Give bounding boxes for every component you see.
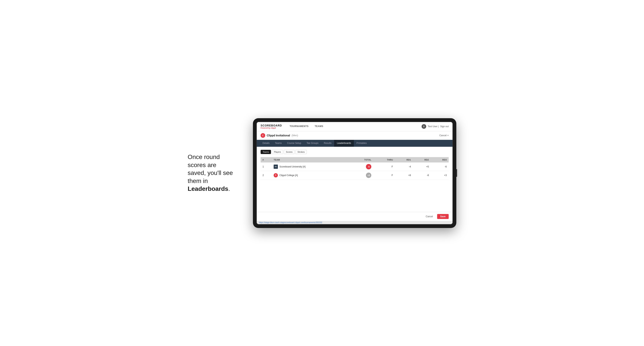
rd1-cell: +8 <box>395 171 413 179</box>
rd3-cell: +3 <box>431 171 449 179</box>
save-button[interactable]: Save <box>437 214 449 219</box>
tab-details[interactable]: Details <box>260 140 272 147</box>
filter-players-button[interactable]: Players <box>272 150 283 154</box>
table-row: 1 SU Scoreboard University [A] <box>260 163 449 171</box>
team-cell-inner: SU Scoreboard University [A] <box>274 165 348 169</box>
tab-tee-groups[interactable]: Tee Groups <box>304 140 321 147</box>
col-total: TOTAL <box>350 157 373 163</box>
sign-out-link[interactable]: Sign out <box>440 125 449 128</box>
sub-navigation: Details Teams Course Setup Tee Groups Re… <box>257 140 452 147</box>
tab-leaderboards[interactable]: Leaderboards <box>334 140 354 147</box>
page-wrapper: Once round scores are saved, you'll see … <box>188 118 456 228</box>
total-cell: +3 <box>350 171 373 179</box>
table-header-row: # TEAM TOTAL THRU RD1 RD2 RD3 <box>260 157 449 163</box>
score-badge-red: -5 <box>366 164 371 169</box>
logo-text: SCOREBOARD <box>260 124 282 127</box>
thru-cell: F <box>373 171 395 179</box>
rd2-cell: -8 <box>413 171 430 179</box>
nav-tournaments[interactable]: TOURNAMENTS <box>286 122 312 131</box>
nav-links: TOURNAMENTS TEAMS <box>286 122 422 131</box>
team-logo: C <box>274 173 278 177</box>
leaderboard-table: # TEAM TOTAL THRU RD1 RD2 RD3 1 <box>260 157 449 180</box>
team-cell: C Clippd College [A] <box>272 171 350 179</box>
table-row: 2 C Clippd College [A] <box>260 171 449 179</box>
score-badge-gray: +3 <box>366 173 371 178</box>
desc-bold: Leaderboards <box>188 185 228 192</box>
tab-teams[interactable]: Teams <box>272 140 284 147</box>
nav-right-area: S Test User | Sign out <box>422 124 449 129</box>
tournament-gender: (Men) <box>292 134 298 137</box>
col-team: TEAM <box>272 157 350 163</box>
rank-cell: 1 <box>260 163 272 171</box>
col-rd1: RD1 <box>395 157 413 163</box>
url-bar: https://stage-blue-coach.stagescoreboard… <box>257 221 452 224</box>
thru-cell: F <box>373 163 395 171</box>
desc-line2: scores are <box>188 162 216 169</box>
rank-cell: 2 <box>260 171 272 179</box>
tournament-name: Clippd Invitational <box>267 134 290 137</box>
team-logo: SU <box>274 165 278 169</box>
col-rd2: RD2 <box>413 157 430 163</box>
tablet-side-button <box>456 169 457 177</box>
total-cell: -5 <box>350 163 373 171</box>
footer-area: Cancel Save <box>257 212 452 221</box>
cancel-top-button[interactable]: Cancel × <box>440 134 449 137</box>
filter-scores-button[interactable]: Scores <box>284 150 294 154</box>
tablet-device: SCOREBOARD Powered by clippd TOURNAMENTS… <box>253 118 456 228</box>
content-area: Teams Players Scores Strokes <box>257 147 452 212</box>
col-rd3: RD3 <box>431 157 449 163</box>
top-navigation: SCOREBOARD Powered by clippd TOURNAMENTS… <box>257 122 452 131</box>
logo-area: SCOREBOARD Powered by clippd <box>260 124 282 129</box>
cancel-button[interactable]: Cancel <box>423 214 436 219</box>
tournament-header: C Clippd Invitational (Men) Cancel × <box>257 131 452 140</box>
tournament-icon: C <box>260 133 265 138</box>
desc-line3: saved, you'll see <box>188 169 233 176</box>
user-avatar: S <box>422 124 426 129</box>
rd2-cell: +5 <box>413 163 430 171</box>
filter-teams-button[interactable]: Teams <box>260 150 271 154</box>
rd3-cell: -6 <box>431 163 449 171</box>
tablet-screen: SCOREBOARD Powered by clippd TOURNAMENTS… <box>256 122 453 224</box>
col-thru: THRU <box>373 157 395 163</box>
filter-strokes-button[interactable]: Strokes <box>295 150 307 154</box>
left-description: Once round scores are saved, you'll see … <box>188 153 242 193</box>
col-rank: # <box>260 157 272 163</box>
rd1-cell: -4 <box>395 163 413 171</box>
tab-course-setup[interactable]: Course Setup <box>284 140 304 147</box>
team-cell: SU Scoreboard University [A] <box>272 163 350 171</box>
tab-printables[interactable]: Printables <box>354 140 370 147</box>
nav-teams[interactable]: TEAMS <box>312 122 326 131</box>
desc-line4: them in <box>188 177 208 184</box>
user-label: Test User | <box>428 125 439 128</box>
desc-line1: Once round <box>188 154 220 160</box>
logo-powered: Powered by clippd <box>260 127 282 129</box>
filter-row: Teams Players Scores Strokes <box>260 150 449 154</box>
team-cell-inner: C Clippd College [A] <box>274 173 348 177</box>
desc-period: . <box>228 185 230 192</box>
tab-results[interactable]: Results <box>321 140 334 147</box>
tournament-title-area: C Clippd Invitational (Men) <box>260 133 298 138</box>
